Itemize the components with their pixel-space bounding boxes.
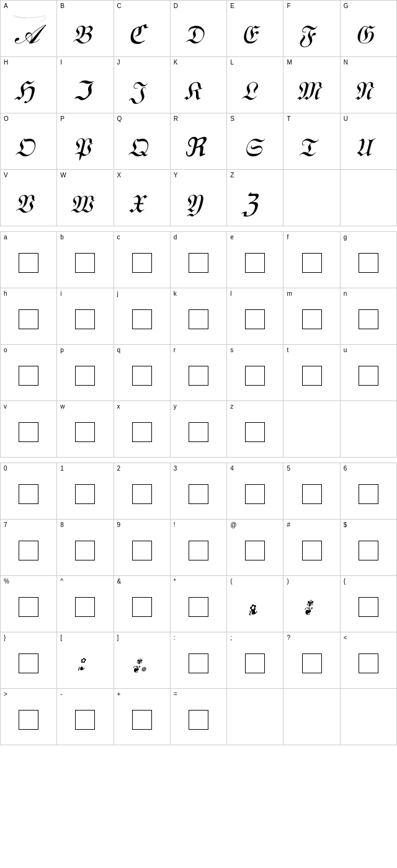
cell-F: F 𝔉 [283,1,340,56]
square-placeholder [245,309,265,329]
svg-text:𝔍: 𝔍 [129,76,148,105]
cell-empty-2 [341,170,396,226]
svg-text:𝒜: 𝒜 [14,19,45,48]
svg-text:𝔉: 𝔉 [297,19,318,48]
svg-text:𝔊: 𝔊 [354,19,376,48]
square-placeholder [189,422,208,442]
square-placeholder [245,422,265,442]
square-placeholder [302,253,322,273]
cell-question: ? [283,632,340,688]
cell-8: 8 [57,520,114,575]
cell-lparen: ( ❧ ✿ [227,576,283,632]
cell-B: B 𝔅 [57,1,114,56]
square-placeholder [302,366,322,386]
cell-lt: < [341,632,396,688]
svg-text:𝔇: 𝔇 [184,19,205,48]
square-placeholder [359,541,378,560]
square-placeholder [245,541,265,560]
svg-text:✾: ✾ [306,599,314,608]
cell-E: E 𝔈 [227,1,283,56]
cell-7: 7 [1,520,57,575]
square-placeholder [19,253,38,273]
square-placeholder [359,484,378,504]
cell-P: P 𝔓 [57,113,114,169]
cell-1: 1 [57,463,114,519]
svg-text:𝔘: 𝔘 [354,132,376,161]
cell-k: k [171,288,227,344]
row-gt-equals: > - + = [1,689,396,745]
cell-m: m [283,288,340,344]
cell-l: l [227,288,283,344]
svg-text:✿: ✿ [80,657,86,664]
square-placeholder [359,309,378,329]
square-placeholder [132,710,152,730]
square-placeholder [359,597,378,617]
cell-asterisk: * [171,576,227,632]
cell-empty-sym-3 [341,689,396,745]
row-hn-lower: h i j k l m n [1,288,396,345]
gap-2 [0,458,397,463]
square-placeholder [189,309,208,329]
square-placeholder [302,484,322,504]
cell-lbracket: [ ❧ ✿ [57,632,114,688]
square-placeholder [19,653,38,673]
square-placeholder [189,253,208,273]
cell-j: j [114,288,171,344]
square-placeholder [302,653,322,673]
square-placeholder [19,309,38,329]
square-placeholder [189,597,208,617]
cell-p: p [57,345,114,401]
svg-text:𝔚: 𝔚 [69,190,95,218]
cell-M: M 𝔐 [283,57,340,113]
cell-v: v [1,401,57,457]
cell-I: I ℑ [57,57,114,113]
square-placeholder [132,597,152,617]
cell-X: X 𝔛 [114,170,171,226]
square-placeholder [75,541,95,560]
cell-gt: > [1,689,57,745]
svg-text:𝔓: 𝔓 [71,132,92,161]
cell-x: x [114,401,171,457]
cell-exclaim: ! [171,520,227,575]
svg-text:ℜ: ℜ [184,132,207,161]
square-placeholder [245,366,265,386]
cell-i: i [57,288,114,344]
cell-b: b [57,232,114,288]
cell-d: d [171,232,227,288]
cell-q: q [114,345,171,401]
gap-1 [0,226,397,231]
svg-text:𝔖: 𝔖 [241,132,265,161]
square-placeholder [245,653,265,673]
cell-4: 4 [227,463,283,519]
cell-C: C ℭ [114,1,171,56]
row-7-dollar: 7 8 9 ! @ # $ [1,520,396,576]
cell-w: w [57,401,114,457]
cell-equals: = [171,689,227,745]
cell-e: e [227,232,283,288]
cell-empty-sym-1 [227,689,283,745]
square-placeholder [132,366,152,386]
svg-text:𝔒: 𝔒 [14,132,36,161]
row-vz: V 𝔙 W 𝔚 X 𝔛 Y 𝔜 Z ℨ [1,170,396,226]
svg-text:𝔎: 𝔎 [184,76,203,105]
square-placeholder [19,366,38,386]
cell-u: u [341,345,396,401]
bottom-space [0,745,397,820]
square-placeholder [189,541,208,560]
svg-text:𝔜: 𝔜 [184,188,203,218]
cell-9: 9 [114,520,171,575]
square-placeholder [132,253,152,273]
cell-empty-lower-2 [341,401,396,457]
cell-Q: Q 𝔔 [114,113,171,169]
cell-0: 0 [1,463,57,519]
cell-empty-lower-1 [283,401,340,457]
cell-2: 2 [114,463,171,519]
svg-text:𝔏: 𝔏 [240,76,258,105]
svg-text:❧: ❧ [76,663,86,675]
cell-a: a [1,232,57,288]
square-placeholder [132,484,152,504]
square-placeholder [75,484,95,504]
cell-U: U 𝔘 [341,113,396,169]
square-placeholder [359,653,378,673]
cell-c: c [114,232,171,288]
